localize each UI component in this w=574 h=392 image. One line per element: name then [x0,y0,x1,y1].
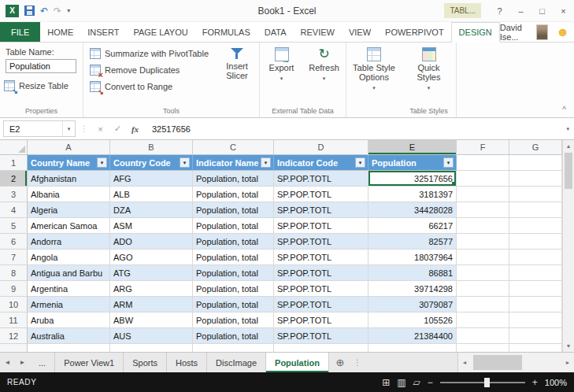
page-break-view-icon[interactable]: ▱ [413,378,420,387]
zoom-in-icon[interactable]: + [532,377,538,388]
scroll-down-icon[interactable]: ▼ [563,340,574,352]
cell-E2[interactable]: 32517656 [368,171,457,187]
cell-G4[interactable] [509,202,562,218]
cell-C8[interactable]: Population, total [193,265,274,281]
cell-B8[interactable]: ATG [110,265,193,281]
cell-A11[interactable]: Aruba [28,312,110,328]
cell-A8[interactable]: Antigua and Barbu [28,265,110,281]
vertical-scrollbar-thumb[interactable] [565,153,572,189]
table-header-cell-C1[interactable]: Indicator Name▼ [193,155,274,171]
row-header-6[interactable]: 6 [0,234,28,250]
collapse-ribbon-icon[interactable]: ^ [562,105,566,114]
cell-G11[interactable] [509,312,562,328]
cell-F9[interactable] [457,281,509,297]
cell-B10[interactable]: ARM [110,297,193,312]
cell-F10[interactable] [457,297,509,312]
tab-splitter-handle[interactable]: ⋮ [351,353,364,372]
ribbon-tab-design[interactable]: DESIGN [451,22,500,43]
cell-G13[interactable] [509,344,562,352]
maximize-icon[interactable]: □ [531,2,553,20]
filter-dropdown-icon[interactable]: ▼ [97,157,107,168]
column-header-D[interactable]: D [274,140,368,155]
ribbon-button-remove-duplicates[interactable]: Remove Duplicates [90,65,209,76]
cell-A13[interactable] [28,344,110,352]
row-header-9[interactable]: 9 [0,281,28,297]
ribbon-tab-review[interactable]: REVIEW [294,22,342,42]
cell-E7[interactable]: 18037964 [368,250,457,265]
cell-G2[interactable] [509,171,562,187]
ribbon-tab-page-layou[interactable]: PAGE LAYOU [126,22,194,42]
cell-A3[interactable]: Albania [28,187,110,202]
cell-D11[interactable]: SP.POP.TOTL [274,312,368,328]
refresh-button[interactable]: ↻Refresh▾ [303,43,346,83]
cell-G3[interactable] [509,187,562,202]
sheet-nav-left-icon[interactable]: ◄ [0,353,15,372]
cell-F12[interactable] [457,328,509,344]
table-header-cell-B1[interactable]: Country Code▼ [110,155,193,171]
cell-C7[interactable]: Population, total [193,250,274,265]
cell-C9[interactable]: Population, total [193,281,274,297]
row-header-13[interactable] [0,344,28,352]
cell-A2[interactable]: Afghanistan [28,171,110,187]
cell-A10[interactable]: Armenia [28,297,110,312]
undo-icon[interactable]: ↶ [40,6,48,16]
cell-B13[interactable] [110,344,193,352]
row-header-1[interactable]: 1 [0,155,28,171]
cell-E4[interactable]: 34428028 [368,202,457,218]
filter-dropdown-icon[interactable]: ▼ [180,157,190,168]
ribbon-tab-home[interactable]: HOME [40,22,80,42]
ribbon-button-convert-to-range[interactable]: Convert to Range [90,81,209,92]
cell-C6[interactable]: Population, total [193,234,274,250]
scroll-up-icon[interactable]: ▲ [563,140,574,152]
cell-D8[interactable]: SP.POP.TOTL [274,265,368,281]
cell-D3[interactable]: SP.POP.TOTL [274,187,368,202]
row-header-5[interactable]: 5 [0,218,28,234]
ribbon-tab-powerpivot[interactable]: POWERPIVOT [378,22,451,42]
cell-A5[interactable]: American Samoa [28,218,110,234]
cell-G7[interactable] [509,250,562,265]
new-sheet-icon[interactable]: ⊕ [329,353,351,372]
horizontal-scrollbar[interactable]: ◄ ► [457,353,574,372]
filter-dropdown-icon[interactable]: ▼ [261,157,271,168]
row-header-2[interactable]: 2 [0,171,28,187]
row-header-4[interactable]: 4 [0,202,28,218]
zoom-out-icon[interactable]: − [428,377,433,388]
select-all-corner[interactable] [0,140,28,155]
cell-D13[interactable] [274,344,368,352]
cell-C2[interactable]: Population, total [193,171,274,187]
normal-view-icon[interactable]: ⊞ [382,378,390,387]
name-box[interactable]: E2 ▾ [3,120,76,137]
cell-D7[interactable]: SP.POP.TOTL [274,250,368,265]
sheet-nav-right-icon[interactable]: ► [15,353,30,372]
cell-E6[interactable]: 82577 [368,234,457,250]
row-header-11[interactable]: 11 [0,312,28,328]
formula-bar-expand-icon[interactable]: ▾ [566,126,574,132]
cell-F13[interactable] [457,344,509,352]
horizontal-scrollbar-track[interactable] [471,353,561,372]
cell-D6[interactable]: SP.POP.TOTL [274,234,368,250]
row-header-12[interactable]: 12 [0,328,28,344]
row-header-8[interactable]: 8 [0,265,28,281]
zoom-slider-thumb[interactable] [484,378,490,387]
sheet-tab-discimage[interactable]: DiscImage [207,353,266,372]
sheet-tab-overflow[interactable]: ... [30,353,55,372]
resize-table-button[interactable]: Resize Table [4,80,69,91]
cell-C3[interactable]: Population, total [193,187,274,202]
cell-B3[interactable]: ALB [110,187,193,202]
cell-A6[interactable]: Andorra [28,234,110,250]
export-button[interactable]: Export▾ [261,43,303,83]
row-header-3[interactable]: 3 [0,187,28,202]
ribbon-tab-data[interactable]: DATA [257,22,294,42]
cell-G12[interactable] [509,328,562,344]
cell-F7[interactable] [457,250,509,265]
formula-input[interactable]: 32517656 [152,124,191,134]
cell-G6[interactable] [509,234,562,250]
vertical-scrollbar[interactable]: ▲ ▼ [562,140,574,352]
minimize-icon[interactable]: – [510,2,531,20]
user-account[interactable]: David Ise... ☻ [500,22,574,42]
scroll-right-icon[interactable]: ► [561,353,574,372]
cell-F5[interactable] [457,218,509,234]
cell-E13[interactable] [368,344,457,352]
cell-F6[interactable] [457,234,509,250]
column-header-F[interactable]: F [457,140,509,155]
